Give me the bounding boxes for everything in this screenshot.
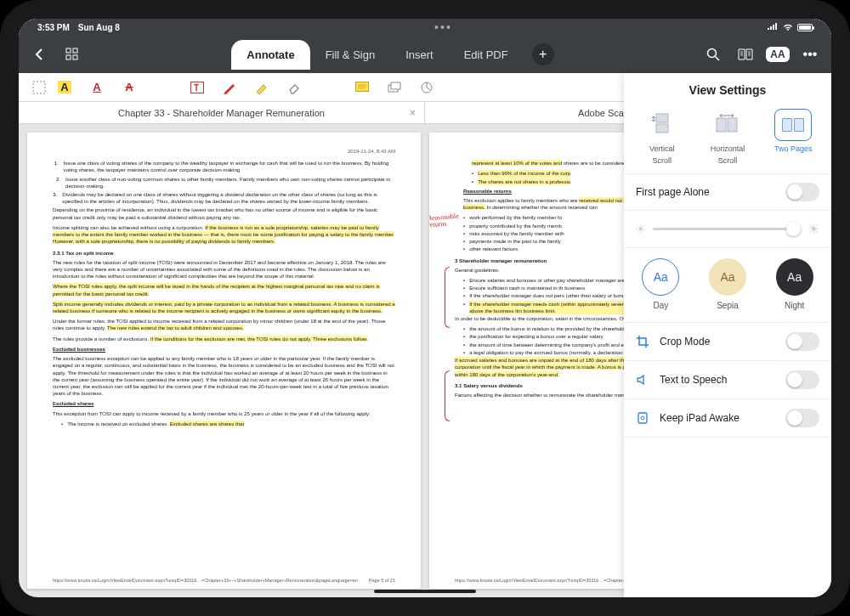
close-icon[interactable]: × [410,107,416,119]
pen-tool[interactable] [221,79,238,96]
svg-rect-10 [391,82,400,89]
eraser-tool[interactable] [286,79,303,96]
tts-switch[interactable] [785,370,819,389]
svg-point-17 [641,416,644,420]
grid-button[interactable] [63,45,82,64]
keep-awake-label: Keep iPad Awake [660,412,777,424]
theme-night[interactable]: Aa Night [776,258,813,310]
underline-tool[interactable]: A [88,79,105,96]
doc-tab-title: Chapter 33 - Shareholder Manager Remuner… [118,108,325,118]
keep-awake-switch[interactable] [785,409,819,427]
page-left: 2019-11-24, 8:43 AM 1.Issue one class of… [27,133,421,589]
crop-mode-switch[interactable] [785,332,819,351]
tab-annotate[interactable]: Annotate [231,40,309,70]
doc-tab-1[interactable]: Chapter 33 - Shareholder Manager Remuner… [19,102,425,123]
svg-rect-16 [638,413,647,423]
app-toolbar: Annotate Fill & Sign Insert Edit PDF + A… [19,36,831,73]
page-footer-url: https://www.knotia.ca/Login/ViewEmailDoc… [53,578,358,584]
brightness-low-icon: ☀︎ [636,223,646,235]
svg-rect-2 [66,55,71,59]
first-page-alone-switch[interactable] [785,183,819,201]
status-date: Sun Aug 8 [78,23,120,32]
theme-day[interactable]: Aa Day [642,258,679,310]
svg-rect-15 [728,118,737,132]
svg-rect-14 [717,118,726,132]
bracket-annotation [445,370,450,421]
crop-mode-label: Crop Mode [660,336,777,348]
svg-text:T: T [194,83,199,93]
svg-rect-0 [66,48,71,53]
scroll-mode-horizontal[interactable]: HorizontalScroll [698,109,757,165]
handwriting-annotation: Reasonable returns [429,213,459,229]
select-tool[interactable] [31,79,48,96]
tab-edit-pdf[interactable]: Edit PDF [449,40,524,70]
wifi-icon [782,23,794,31]
view-settings-title: View Settings [624,73,831,105]
scroll-mode-two-pages[interactable]: Two Pages [763,109,823,165]
status-indicators [767,23,813,31]
speaker-icon [636,373,651,387]
brightness-slider[interactable] [653,228,801,230]
page-number: Page 5 of 21 [369,578,395,584]
text-box-tool[interactable]: T [189,79,206,96]
svg-rect-1 [73,48,77,53]
svg-point-4 [708,49,717,58]
more-button[interactable]: ••• [801,45,819,64]
search-button[interactable] [704,45,722,64]
svg-rect-5 [33,82,45,93]
status-bar: 3:53 PM Sun Aug 8 ••• [19,19,831,36]
page-date-header: 2019-11-24, 8:43 AM [53,148,395,155]
strikethrough-tool[interactable]: A [121,79,138,96]
tab-insert[interactable]: Insert [390,40,449,70]
status-time: 3:53 PM [37,23,70,32]
shape-tool[interactable] [418,79,435,96]
awake-icon [636,411,651,425]
stamp-tool[interactable] [386,79,403,96]
back-button[interactable] [31,45,49,64]
mode-tabs: Annotate Fill & Sign Insert Edit PDF + [231,40,553,70]
view-settings-panel: View Settings VerticalScroll HorizontalS… [624,73,831,597]
highlight-text-tool[interactable]: A [56,79,73,96]
view-settings-button[interactable]: AA [768,45,787,64]
signal-icon [767,23,779,31]
brightness-high-icon: ☀︎ [808,221,819,237]
first-page-alone-label: First page Alone [636,186,710,198]
multitask-dots[interactable]: ••• [434,20,452,34]
theme-sepia[interactable]: Aa Sepia [709,258,746,310]
add-tab-button[interactable]: + [532,43,554,65]
battery-icon [797,24,813,31]
tts-label: Text to Speech [660,374,777,386]
home-indicator[interactable] [374,590,476,593]
highlighter-tool[interactable] [253,79,270,96]
tab-fill-sign[interactable]: Fill & Sign [310,40,391,70]
brightness-slider-row: ☀︎ ☀︎ [624,211,831,248]
bracket-annotation [445,267,450,328]
note-tool[interactable] [354,79,371,96]
reader-button[interactable] [736,45,755,64]
scroll-mode-vertical[interactable]: VerticalScroll [632,109,692,165]
crop-icon [636,335,651,348]
svg-rect-3 [73,55,77,59]
svg-rect-13 [656,124,668,133]
svg-rect-12 [656,114,668,122]
